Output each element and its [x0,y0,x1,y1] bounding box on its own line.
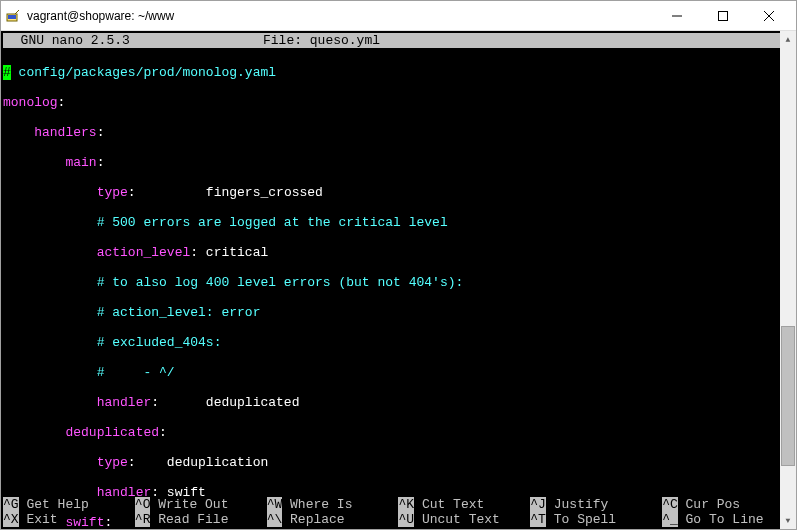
scrollbar[interactable]: ▲ ▼ [780,31,796,529]
close-button[interactable] [746,1,792,30]
shortcut-row-1: ^G Get Help ^O Write Out ^W Where Is ^K … [3,497,794,512]
code-line: action_level: critical [3,245,794,260]
shortcut-to-spell[interactable]: ^T To Spell [530,512,662,527]
svg-line-2 [15,10,19,14]
shortcut-cur-pos[interactable]: ^C Cur Pos [662,497,794,512]
code-line: # to also log 400 level errors (but not … [3,275,794,290]
shortcut-replace[interactable]: ^\ Replace [267,512,399,527]
maximize-button[interactable] [700,1,746,30]
titlebar[interactable]: vagrant@shopware: ~/www [1,1,796,31]
shortcut-write-out[interactable]: ^O Write Out [135,497,267,512]
code-line: # action_level: error [3,305,794,320]
shortcut-where-is[interactable]: ^W Where Is [267,497,399,512]
code-line: handler: deduplicated [3,395,794,410]
shortcut-go-to-line[interactable]: ^_ Go To Line [662,512,794,527]
editor-content[interactable]: # config/packages/prod/monolog.yaml mono… [1,48,796,529]
nano-app-version: GNU nano 2.5.3 [3,33,263,48]
code-line: deduplicated: [3,425,794,440]
svg-rect-1 [8,15,16,19]
shortcut-read-file[interactable]: ^R Read File [135,512,267,527]
code-line: monolog: [3,95,794,110]
putty-icon [5,8,21,24]
shortcut-get-help[interactable]: ^G Get Help [3,497,135,512]
window-controls [654,1,792,30]
code-line: handlers: [3,125,794,140]
scroll-down-icon[interactable]: ▼ [780,512,796,529]
nano-shortcuts: ^G Get Help ^O Write Out ^W Where Is ^K … [3,497,794,527]
code-line: main: [3,155,794,170]
code-line: # 500 errors are logged at the critical … [3,215,794,230]
code-line: type: fingers_crossed [3,185,794,200]
shortcut-justify[interactable]: ^J Justify [530,497,662,512]
code-line: # - ^/ [3,365,794,380]
scroll-thumb[interactable] [781,326,795,465]
shortcut-cut-text[interactable]: ^K Cut Text [398,497,530,512]
app-window: vagrant@shopware: ~/www GNU nano 2.5.3 F… [0,0,797,530]
cursor: # [3,65,11,80]
scroll-track[interactable] [780,48,796,512]
svg-rect-4 [719,11,728,20]
nano-filename: File: queso.yml [263,33,794,48]
shortcut-uncut-text[interactable]: ^U Uncut Text [398,512,530,527]
code-line: # excluded_404s: [3,335,794,350]
shortcut-exit[interactable]: ^X Exit [3,512,135,527]
shortcut-row-2: ^X Exit ^R Read File ^\ Replace ^U Uncut… [3,512,794,527]
terminal[interactable]: GNU nano 2.5.3 File: queso.yml # config/… [1,31,796,529]
scroll-up-icon[interactable]: ▲ [780,31,796,48]
window-title: vagrant@shopware: ~/www [27,9,654,23]
code-line: type: deduplication [3,455,794,470]
minimize-button[interactable] [654,1,700,30]
nano-statusbar: GNU nano 2.5.3 File: queso.yml [3,33,794,48]
code-line: # config/packages/prod/monolog.yaml [3,65,794,80]
